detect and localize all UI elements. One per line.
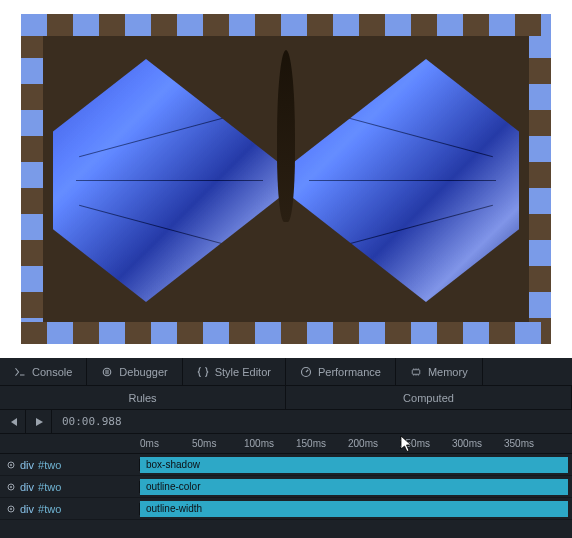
debugger-icon	[101, 366, 113, 378]
animation-bar[interactable]: outline-color	[140, 479, 568, 495]
ruler-tick: 350ms	[504, 434, 556, 453]
track-selector: div#two	[0, 481, 140, 493]
gauge-icon	[300, 366, 312, 378]
ruler-tick: 250ms	[400, 434, 452, 453]
svg-rect-4	[412, 369, 420, 374]
animation-bar[interactable]: box-shadow	[140, 457, 568, 473]
ruler-tick: 300ms	[452, 434, 504, 453]
braces-icon	[197, 366, 209, 378]
target-icon	[6, 460, 16, 470]
svg-rect-2	[108, 369, 109, 374]
svg-point-8	[10, 486, 12, 488]
track-selector: div#two	[0, 503, 140, 515]
animation-timeline: div#two box-shadow div#two outline-color…	[0, 454, 572, 520]
tab-memory[interactable]: Memory	[396, 358, 483, 385]
time-ruler[interactable]: 0ms 50ms 100ms 150ms 200ms 250ms 300ms 3…	[0, 434, 572, 454]
rewind-button[interactable]	[0, 410, 26, 434]
playback-time: 00:00.988	[52, 415, 132, 428]
play-button[interactable]	[26, 410, 52, 434]
tab-style-editor[interactable]: Style Editor	[183, 358, 286, 385]
target-icon	[6, 504, 16, 514]
subtabs: Rules Computed	[0, 386, 572, 410]
selector-tag: div	[20, 459, 34, 471]
animation-track[interactable]: div#two outline-color	[0, 476, 572, 498]
target-icon	[6, 482, 16, 492]
animation-controls: 00:00.988	[0, 410, 572, 434]
console-icon	[14, 366, 26, 378]
svg-rect-1	[106, 369, 107, 374]
tab-label: Style Editor	[215, 366, 271, 378]
subtab-rules[interactable]: Rules	[0, 386, 286, 409]
selector-id: #two	[38, 503, 61, 515]
tab-label: Memory	[428, 366, 468, 378]
tab-label: Debugger	[119, 366, 167, 378]
rewind-icon	[8, 417, 18, 427]
tab-performance[interactable]: Performance	[286, 358, 396, 385]
selector-tag: div	[20, 481, 34, 493]
svg-point-10	[10, 508, 12, 510]
ruler-tick: 50ms	[192, 434, 244, 453]
svg-point-6	[10, 464, 12, 466]
devtools-panel: Console Debugger Style Editor Performanc…	[0, 358, 572, 538]
ruler-tick: 100ms	[244, 434, 296, 453]
element-content	[43, 36, 529, 322]
selector-id: #two	[38, 459, 61, 471]
preview-pane	[0, 0, 572, 358]
play-icon	[34, 417, 44, 427]
selector-id: #two	[38, 481, 61, 493]
animation-track[interactable]: div#two box-shadow	[0, 454, 572, 476]
outlined-element	[21, 14, 551, 344]
memory-icon	[410, 366, 422, 378]
ruler-tick: 0ms	[140, 434, 192, 453]
ruler-tick: 200ms	[348, 434, 400, 453]
track-selector: div#two	[0, 459, 140, 471]
subtab-computed[interactable]: Computed	[286, 386, 572, 409]
ruler-tick: 150ms	[296, 434, 348, 453]
tab-label: Console	[32, 366, 72, 378]
tab-debugger[interactable]: Debugger	[87, 358, 182, 385]
tab-label: Performance	[318, 366, 381, 378]
tab-console[interactable]: Console	[0, 358, 87, 385]
animation-track[interactable]: div#two outline-width	[0, 498, 572, 520]
svg-point-0	[104, 368, 112, 376]
devtools-tabs: Console Debugger Style Editor Performanc…	[0, 358, 572, 386]
selector-tag: div	[20, 503, 34, 515]
animation-bar[interactable]: outline-width	[140, 501, 568, 517]
